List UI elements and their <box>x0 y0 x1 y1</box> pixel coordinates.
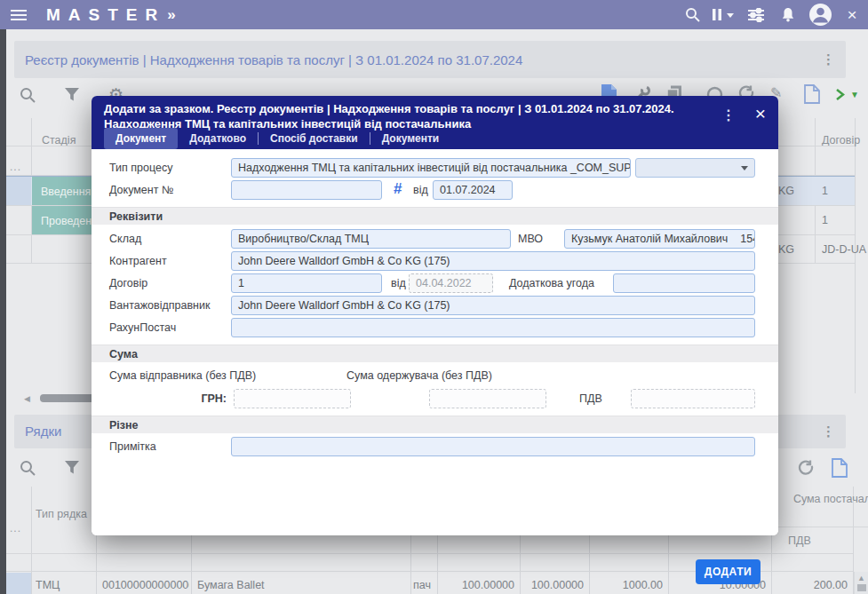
contract-from-label: від <box>391 277 406 289</box>
notifications-bell-icon[interactable] <box>772 0 804 29</box>
close-app-icon[interactable]: × <box>836 5 868 25</box>
vat-label: ПДВ <box>579 392 602 405</box>
section-misc: Різне <box>92 416 778 433</box>
vscroll-thumb[interactable] <box>857 584 866 591</box>
row-name-cell: Бумага Ballet <box>197 579 409 591</box>
supplier-invoice-label: РахунПостач <box>109 321 176 334</box>
hamburger-menu-icon[interactable] <box>11 9 27 21</box>
row-price-cell: 1000.00 <box>593 579 663 591</box>
expand-green-chevron-icon[interactable] <box>835 88 845 105</box>
column-header-vat[interactable]: ПДВ <box>788 535 811 547</box>
contract-cell: JD-D-UA <box>822 243 868 256</box>
dialog-close-icon[interactable]: × <box>755 103 766 124</box>
addendum-label: Додаткова угода <box>509 277 594 289</box>
process-type-field[interactable]: Надходження ТМЦ та капітальних інвестиці… <box>231 158 631 178</box>
number-hash-icon[interactable]: # <box>394 180 402 198</box>
row-vat-cell: 200.00 <box>775 579 848 591</box>
warehouse-label: Склад <box>109 233 141 245</box>
mvo-field[interactable]: Кузьмук Анатолій Михайлович 154 <box>564 229 755 249</box>
tab-delivery-method[interactable]: Спосіб доставки <box>259 128 370 149</box>
document-register-header: Реєстр документів | Надходження товарів … <box>14 41 846 78</box>
receiver-sum-label: Сума одержувача (без ПДВ) <box>346 369 492 382</box>
pause-dropdown-icon[interactable] <box>708 0 740 29</box>
sender-sum-field[interactable] <box>234 389 351 408</box>
hscroll-left-arrow-icon[interactable]: ◀ <box>24 395 30 403</box>
rows-filter-icon[interactable] <box>64 460 80 475</box>
top-app-bar: MASTER » × <box>0 0 868 29</box>
column-header-stage[interactable]: Стадія <box>42 134 76 147</box>
collapsed-sidebar-strip <box>0 29 6 594</box>
search-icon[interactable] <box>676 0 708 29</box>
warehouse-field[interactable]: Виробництво/Склад ТМЦ <box>231 229 511 249</box>
rows-kebab-icon[interactable]: ⋮ <box>822 424 835 438</box>
add-button[interactable]: ДОДАТИ <box>696 559 760 584</box>
green-dropdown-caret-icon[interactable]: ▼ <box>850 90 859 99</box>
rows-section-title[interactable]: Рядки <box>25 424 61 439</box>
vat-sum-field[interactable] <box>631 389 755 408</box>
row-select-cell[interactable] <box>6 573 31 594</box>
row-qty-cell: 100.00000 <box>440 579 514 591</box>
tab-additional[interactable]: Додатково <box>178 128 258 149</box>
selection-column-ellipsis: ... <box>10 161 21 173</box>
contract-cell: 1 <box>822 214 854 226</box>
process-type-select[interactable] <box>635 158 755 178</box>
supplier-invoice-field[interactable] <box>231 318 755 337</box>
doc-number-field[interactable] <box>231 180 382 200</box>
doc-date-from-label: від <box>413 184 428 196</box>
table-filter-icon[interactable] <box>64 87 80 102</box>
new-document-icon[interactable] <box>804 84 820 107</box>
app-logo: MASTER <box>46 5 165 25</box>
column-header-supplier-sum[interactable]: Сума постачальника <box>776 490 868 508</box>
dialog-title: Додати за зразком. Реєстр документів | Н… <box>104 101 717 131</box>
row-unit-cell: пач <box>413 579 436 591</box>
register-kebab-icon[interactable]: ⋮ <box>822 52 835 66</box>
dialog-body: Тип процесу Надходження ТМЦ та капітальн… <box>92 149 778 535</box>
contract-date-field: 04.04.2022 <box>409 273 493 293</box>
logo-chevrons: » <box>167 6 175 24</box>
receiver-sum-field[interactable] <box>429 389 546 408</box>
section-requisites: Реквізити <box>92 207 778 225</box>
addendum-field[interactable] <box>613 273 755 293</box>
sender-sum-label: Сума відправника (без ПДВ) <box>109 369 256 382</box>
contract-label: Договір <box>109 277 147 289</box>
chevron-down-icon <box>741 166 748 170</box>
note-field[interactable] <box>231 437 755 456</box>
note-label: Примітка <box>109 440 156 453</box>
rows-refresh-icon[interactable] <box>798 460 815 480</box>
row-type-cell: ТМЦ <box>36 579 94 591</box>
selection-column-ellipsis: ... <box>10 522 21 535</box>
counterparty-label: Контрагент <box>109 255 167 267</box>
tune-filters-icon[interactable] <box>740 0 772 29</box>
shipper-label: Вантажовідправник <box>109 299 210 312</box>
tab-document[interactable]: Документ <box>104 128 178 149</box>
dialog-kebab-icon[interactable]: ⋮ <box>721 107 736 123</box>
tab-documents[interactable]: Документи <box>370 128 451 149</box>
column-header-row-type[interactable]: Тип рядка <box>36 508 87 520</box>
contract-field[interactable]: 1 <box>231 273 382 293</box>
vscroll-up-arrow-icon[interactable]: ▲ <box>857 574 865 582</box>
section-sum: Сума <box>92 345 778 362</box>
counterparty-field[interactable]: John Deere Walldorf GmbH & Co KG (175) <box>231 251 755 271</box>
row-select-cell[interactable] <box>6 177 31 206</box>
process-type-label: Тип процесу <box>109 162 172 174</box>
rows-search-icon[interactable] <box>20 460 36 476</box>
row-qty2-cell: 100.00000 <box>523 579 584 591</box>
grn-label: ГРН: <box>145 392 227 405</box>
dialog-header: Додати за зразком. Реєстр документів | Н… <box>92 96 778 149</box>
mvo-label: МВО <box>518 233 543 245</box>
doc-number-label: Документ № <box>109 184 173 196</box>
column-header-contract[interactable]: Договір <box>822 134 860 147</box>
contract-cell: 1 <box>822 185 854 197</box>
breadcrumb[interactable]: Реєстр документів | Надходження товарів … <box>25 52 522 67</box>
table-search-icon[interactable] <box>20 87 36 103</box>
shipper-field[interactable]: John Deere Walldorf GmbH & Co KG (175) <box>231 296 755 315</box>
add-document-dialog: Додати за зразком. Реєстр документів | Н… <box>92 96 778 535</box>
vscroll-track[interactable]: ▲ <box>854 572 868 594</box>
user-avatar[interactable] <box>804 0 836 29</box>
dialog-tabs: Документ Додатково Спосіб доставки Докум… <box>104 128 450 149</box>
row-code-cell: 001000000000006 <box>102 579 189 591</box>
doc-date-field[interactable]: 01.07.2024 <box>433 180 513 200</box>
rows-new-document-icon[interactable] <box>832 458 848 481</box>
